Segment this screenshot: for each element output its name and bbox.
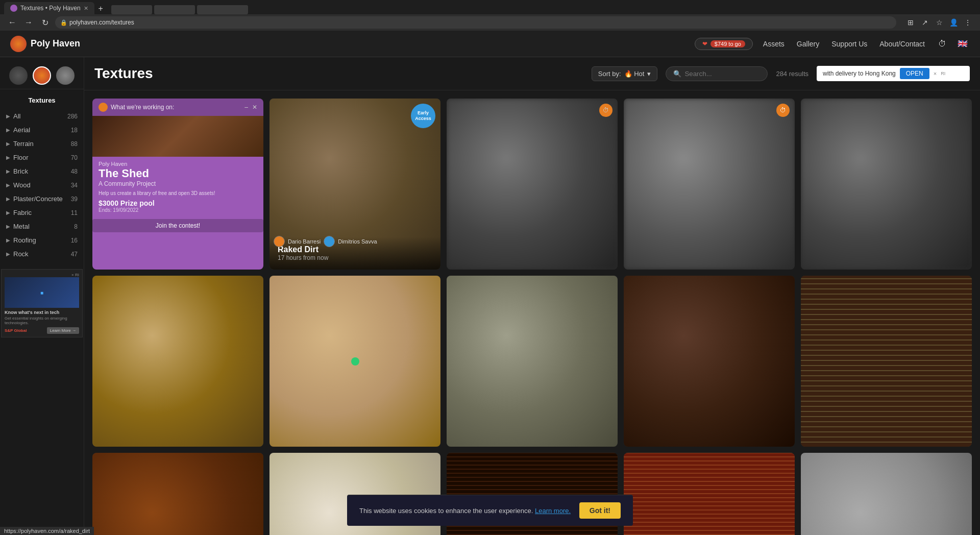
sidebar-item-plaster[interactable]: ▶ Plaster/Concrete 39 — [0, 192, 84, 206]
promo-ends: Ends: 19/09/2022 — [99, 207, 257, 213]
bookmark-icon[interactable]: ☆ — [933, 16, 945, 29]
author-name-1: Dario Barresi — [288, 238, 321, 245]
sidebar-item-aerial[interactable]: ▶ Aerial 18 — [0, 123, 84, 137]
sidebar-arrow-roofing: ▶ — [6, 237, 10, 243]
sidebar-item-floor[interactable]: ▶ Floor 70 — [0, 151, 84, 164]
refresh-btn[interactable]: ↻ — [39, 16, 51, 29]
new-tab-btn[interactable]: + — [94, 3, 107, 14]
texture-card-wood[interactable] — [92, 276, 263, 447]
search-input[interactable] — [684, 70, 766, 78]
address-text: polyhaven.com/textures — [69, 19, 134, 26]
sidebar-avatar-1[interactable] — [9, 66, 28, 85]
page-title: Textures — [94, 65, 583, 82]
texture-card-blur-3[interactable] — [801, 99, 972, 270]
sidebar-item-wood[interactable]: ▶ Wood 34 — [0, 178, 84, 192]
sidebar-item-rock[interactable]: ▶ Rock 47 — [0, 247, 84, 261]
texture-card-cobble[interactable] — [447, 276, 618, 447]
promo-minimize-btn[interactable]: – — [244, 104, 248, 111]
sidebar-label-roofing: Roofing — [13, 236, 36, 244]
ad-text: with delivery to Hong Kong — [823, 70, 896, 77]
texture-card-stone[interactable] — [801, 453, 972, 535]
sort-label: Sort by: — [598, 70, 621, 78]
logo-text: Poly Haven — [31, 38, 80, 49]
texture-card-sand[interactable] — [270, 276, 440, 447]
sphere-wood — [92, 276, 263, 447]
tab-mini-2 — [154, 5, 195, 14]
nav-assets[interactable]: Assets — [763, 40, 785, 48]
status-url: https://polyhaven.com/a/raked_dirt — [4, 528, 90, 534]
sidebar-arrow-metal: ▶ — [6, 224, 10, 229]
texture-card-darkbrick[interactable] — [624, 276, 795, 447]
funding-button[interactable]: ❤ $749 to go — [695, 38, 753, 50]
texture-card-paneling[interactable] — [801, 276, 972, 447]
ad-open-btn[interactable]: OPEN — [900, 68, 929, 79]
sort-value: 🔥 Hot — [624, 70, 645, 78]
tab-bar-extra — [107, 5, 976, 14]
app-wrapper: Poly Haven ❤ $749 to go Assets Gallery S… — [0, 31, 980, 535]
cookie-accept-btn[interactable]: Got it! — [579, 502, 621, 519]
sidebar-label-wood: Wood — [13, 181, 31, 189]
sidebar-item-all[interactable]: ▶ All 286 — [0, 109, 84, 123]
sidebar-item-brick[interactable]: ▶ Brick 48 — [0, 164, 84, 178]
author-avatar-2 — [324, 236, 335, 247]
share-icon[interactable]: ↗ — [919, 16, 931, 29]
texture-card-redstripe[interactable] — [624, 453, 795, 535]
sidebar: Textures ▶ All 286 ▶ Aerial 18 ▶ Terrain… — [0, 57, 84, 535]
address-bar[interactable]: 🔒 polyhaven.com/textures — [55, 16, 896, 29]
logo-area[interactable]: Poly Haven — [10, 36, 80, 52]
screenshot-icon[interactable]: ⊞ — [904, 16, 917, 29]
early-icon-1: ⏱ — [599, 104, 612, 117]
browser-controls: ← → ↻ 🔒 polyhaven.com/textures ⊞ ↗ ☆ 👤 ⋮ — [0, 14, 980, 31]
tab-close-btn[interactable]: ✕ — [84, 5, 88, 12]
search-box[interactable]: 🔍 — [666, 66, 768, 81]
sidebar-item-terrain[interactable]: ▶ Terrain 88 — [0, 137, 84, 151]
texture-card-blur-1[interactable]: ⏱ — [447, 99, 618, 270]
nav-gallery[interactable]: Gallery — [797, 40, 819, 48]
profile-icon[interactable]: 👤 — [947, 16, 960, 29]
sidebar-arrow-all: ▶ — [6, 113, 10, 119]
account-icon[interactable]: ⏱ — [935, 37, 949, 51]
sidebar-label-metal: Metal — [13, 223, 30, 230]
promo-card[interactable]: What we're working on: – ✕ Poly Haven Th… — [92, 99, 263, 270]
sphere-cobble — [447, 276, 618, 447]
browser-action-icons: ⊞ ↗ ☆ 👤 ⋮ — [904, 16, 974, 29]
sidebar-count-aerial: 18 — [71, 127, 78, 134]
sidebar-avatar-3[interactable] — [56, 66, 75, 85]
promo-close-btn[interactable]: ✕ — [252, 104, 257, 111]
sidebar-item-fabric[interactable]: ▶ Fabric 11 — [0, 206, 84, 220]
sidebar-item-roofing[interactable]: ▶ Roofing 16 — [0, 233, 84, 247]
sidebar-arrow-wood: ▶ — [6, 182, 10, 188]
nav-support[interactable]: Support Us — [831, 40, 867, 48]
funding-amount: $749 to go — [710, 40, 745, 47]
texture-card-redbrown[interactable] — [92, 453, 263, 535]
forward-btn[interactable]: → — [22, 16, 35, 29]
logo-icon — [10, 36, 27, 52]
cookie-message: This website uses cookies to enhance the… — [359, 507, 533, 515]
nav-about[interactable]: About/Contact — [879, 40, 925, 48]
ad-close-icon[interactable]: × — [934, 70, 937, 77]
active-tab[interactable]: Textures • Poly Haven ✕ — [4, 2, 94, 14]
sidebar-arrow-brick: ▶ — [6, 168, 10, 174]
chevron-down-icon: ▾ — [647, 70, 651, 78]
sidebar-icons — [0, 62, 84, 89]
sort-dropdown[interactable]: Sort by: 🔥 Hot ▾ — [592, 66, 658, 81]
author-name-2: Dimitrios Savva — [338, 238, 377, 245]
texture-card-raked-dirt[interactable]: EarlyAccess Raked Dirt 17 hours from now… — [270, 99, 440, 270]
sphere-redbrown — [92, 453, 263, 535]
cookie-text: This website uses cookies to enhance the… — [359, 507, 573, 515]
promo-cta-btn[interactable]: Join the contest! — [92, 219, 263, 232]
sidebar-item-metal[interactable]: ▶ Metal 8 — [0, 220, 84, 233]
promo-tagline: A Community Project — [99, 180, 257, 187]
cookie-learn-more-link[interactable]: Learn more. — [535, 507, 571, 515]
sphere-darkbrick — [624, 276, 795, 447]
texture-card-blur-2[interactable]: ⏱ — [624, 99, 795, 270]
promo-image-placeholder — [92, 116, 263, 157]
sphere-stone — [801, 453, 972, 535]
sidebar-count-plaster: 39 — [71, 196, 78, 203]
more-icon[interactable]: ⋮ — [962, 16, 974, 29]
sidebar-count-metal: 8 — [74, 223, 78, 230]
back-btn[interactable]: ← — [6, 16, 18, 29]
lang-icon[interactable]: 🇬🇧 — [955, 37, 970, 51]
sidebar-count-all: 286 — [67, 113, 78, 120]
sidebar-avatar-2[interactable] — [33, 66, 51, 85]
